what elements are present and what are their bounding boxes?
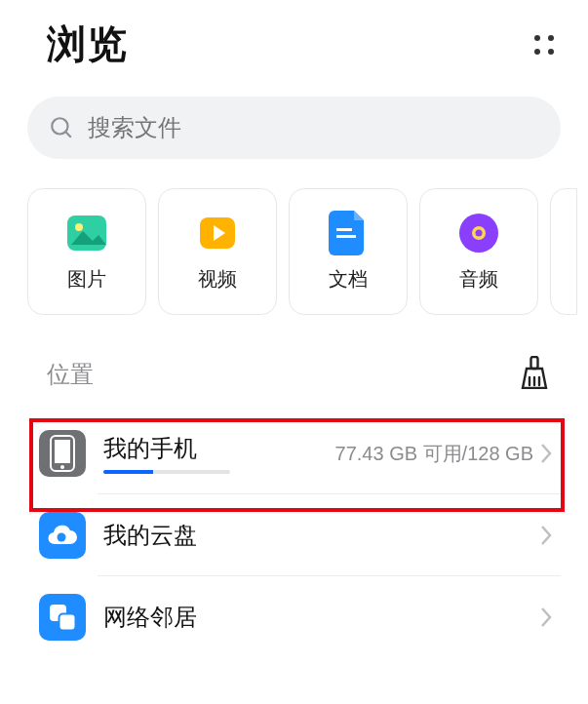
category-label: 图片: [67, 266, 106, 293]
network-icon: [39, 594, 86, 641]
location-my-phone[interactable]: 我的手机 77.43 GB 可用/128 GB: [27, 412, 561, 494]
cloud-icon: [39, 512, 86, 559]
chevron-right-icon: [539, 606, 553, 629]
category-row: 图片 视频 文档: [27, 188, 588, 315]
search-bar[interactable]: [27, 97, 561, 159]
item-label: 我的云盘: [103, 520, 522, 551]
svg-point-16: [60, 465, 64, 469]
phone-icon: [39, 430, 86, 477]
item-label: 我的手机: [103, 433, 318, 464]
chevron-right-icon: [539, 524, 553, 547]
category-audio[interactable]: 音频: [419, 188, 538, 315]
section-title-locations: 位置: [47, 359, 94, 390]
category-images[interactable]: 图片: [27, 188, 146, 315]
category-label: 音频: [459, 266, 498, 293]
videos-icon: [196, 212, 239, 254]
location-network[interactable]: 网络邻居: [27, 576, 561, 658]
search-icon: [49, 115, 74, 140]
location-my-cloud[interactable]: 我的云盘: [27, 494, 561, 576]
svg-rect-6: [336, 235, 356, 238]
category-docs[interactable]: 文档: [289, 188, 408, 315]
category-label: 视频: [198, 266, 237, 293]
svg-rect-10: [531, 357, 538, 369]
svg-point-17: [58, 533, 66, 542]
svg-point-0: [52, 118, 67, 134]
docs-icon: [327, 212, 370, 254]
storage-detail: 77.43 GB 可用/128 GB: [335, 441, 533, 467]
svg-line-1: [65, 132, 70, 137]
svg-rect-2: [67, 215, 106, 251]
category-videos[interactable]: 视频: [158, 188, 277, 315]
svg-rect-19: [59, 614, 76, 631]
search-input[interactable]: [88, 114, 539, 141]
chevron-right-icon: [539, 442, 553, 465]
audio-icon: [457, 212, 500, 254]
category-label: 文档: [329, 266, 368, 293]
storage-progress: [103, 470, 230, 474]
item-label: 网络邻居: [103, 602, 522, 633]
svg-rect-15: [55, 440, 70, 463]
clean-icon[interactable]: [520, 356, 549, 393]
images-icon: [65, 212, 108, 254]
svg-point-9: [476, 229, 483, 236]
page-title: 浏览: [47, 18, 129, 71]
svg-point-3: [75, 223, 83, 231]
svg-rect-5: [336, 228, 352, 231]
category-more-peek[interactable]: [550, 188, 577, 315]
more-menu-icon[interactable]: [531, 32, 557, 58]
